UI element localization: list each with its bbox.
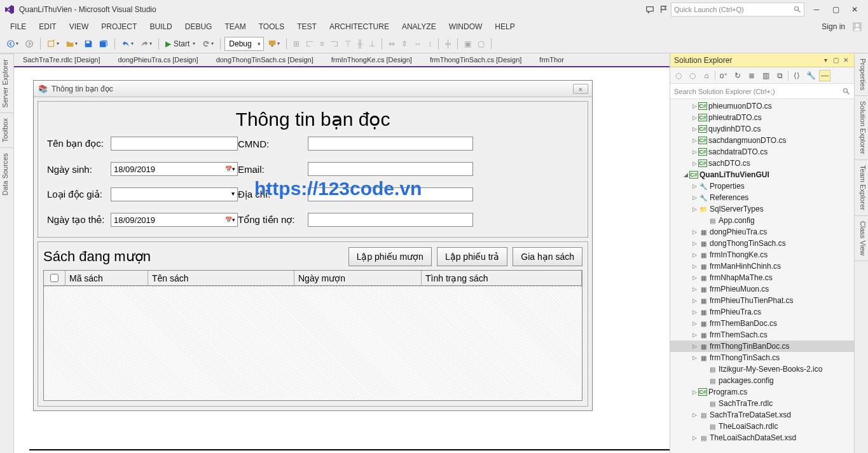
twisty-icon[interactable]: ▷: [691, 252, 698, 258]
twisty-icon[interactable]: ▷: [691, 412, 698, 418]
menu-view[interactable]: VIEW: [63, 21, 95, 32]
well-server-explorer[interactable]: Server Explorer: [0, 53, 13, 112]
tree-node[interactable]: ▷▦frmThemBanDoc.cs: [670, 318, 854, 329]
tree-node[interactable]: ▷▦frmManHinhChinh.cs: [670, 260, 854, 272]
close-button[interactable]: ✕: [845, 3, 864, 17]
well-team-explorer[interactable]: Team Explorer: [855, 160, 868, 216]
new-project-button[interactable]: ▾: [45, 37, 62, 51]
menu-analyze[interactable]: ANALYZE: [396, 21, 443, 32]
se-refresh-icon[interactable]: ⧉: [774, 70, 785, 81]
well-class-view[interactable]: Class View: [855, 216, 868, 261]
tree-node[interactable]: ▷C#phieumuonDTO.cs: [670, 100, 854, 112]
se-tree[interactable]: ▷C#phieumuonDTO.cs▷C#phieutraDTO.cs▷C#qu…: [670, 99, 854, 453]
twisty-icon[interactable]: ▷: [691, 320, 698, 327]
tab-frmthongtinsach[interactable]: frmThongTinSach.cs [Design]: [421, 53, 530, 66]
twisty-icon[interactable]: ▷: [691, 229, 698, 235]
se-pin-icon[interactable]: ▢: [831, 57, 840, 64]
twisty-icon[interactable]: ◢: [682, 172, 689, 178]
twisty-icon[interactable]: ▷: [691, 137, 698, 144]
twisty-icon[interactable]: ▷: [691, 183, 698, 189]
lap-phieu-tra-button[interactable]: Lập phiếu trả: [437, 247, 507, 266]
gia-han-sach-button[interactable]: Gia hạn sách: [513, 247, 582, 266]
twisty-icon[interactable]: ▷: [691, 263, 698, 269]
sign-in-link[interactable]: Sign in: [816, 21, 850, 32]
form-window[interactable]: 📚 Thông tin bạn đọc ⨉ Thông tin bạn đọc …: [33, 80, 593, 411]
twisty-icon[interactable]: ▷: [691, 297, 698, 304]
twisty-icon[interactable]: ▷: [691, 435, 698, 441]
tree-node[interactable]: ▷C#sachdangmuonDTO.cs: [670, 135, 854, 146]
col-tinhtrang[interactable]: Tình trạng sách: [422, 271, 582, 285]
se-home-icon[interactable]: ⌂: [701, 70, 712, 81]
input-cmnd[interactable]: [308, 137, 473, 151]
tree-node[interactable]: ▤TheLoaiSach.rdlc: [670, 421, 854, 432]
menu-tools[interactable]: TOOLS: [252, 21, 291, 32]
twisty-icon[interactable]: ▷: [691, 149, 698, 155]
menu-help[interactable]: HELP: [488, 21, 521, 32]
twisty-icon[interactable]: ▷: [691, 126, 698, 132]
tree-node[interactable]: ▷🔧Properties: [670, 180, 854, 192]
se-collapse-icon[interactable]: ≣: [746, 70, 757, 81]
well-toolbox[interactable]: Toolbox: [0, 112, 13, 147]
open-button[interactable]: ▾: [63, 37, 80, 51]
quick-launch-input[interactable]: Quick Launch (Ctrl+Q): [671, 3, 804, 17]
tab-frminthongke[interactable]: frmInThongKe.cs [Design]: [322, 53, 421, 66]
nav-back-button[interactable]: ▾: [4, 37, 21, 51]
twisty-icon[interactable]: ▷: [691, 274, 698, 281]
se-back-icon[interactable]: ◌: [673, 70, 684, 81]
menu-architecture[interactable]: ARCHITECTURE: [323, 21, 396, 32]
se-dropdown-icon[interactable]: ▾: [821, 57, 830, 64]
twisty-icon[interactable]: ▷: [691, 103, 698, 109]
tree-node[interactable]: ▷▤TheLoaiSachDataSet.xsd: [670, 432, 854, 443]
tab-sachtratre[interactable]: SachTraTre.rdlc [Design]: [14, 53, 109, 66]
se-preview-icon[interactable]: ⟨⟩: [791, 70, 803, 81]
se-fwd-icon[interactable]: ◌: [687, 70, 698, 81]
tree-node[interactable]: ▷🔧References: [670, 192, 854, 203]
config-combo[interactable]: Debug: [224, 37, 263, 51]
form-close-icon[interactable]: ⨉: [573, 84, 588, 94]
menu-team[interactable]: TEAM: [218, 21, 252, 32]
menu-build[interactable]: BUILD: [143, 21, 178, 32]
tree-node[interactable]: ▷▦dongThongTinSach.cs: [670, 238, 854, 249]
tab-dongthongtinsach[interactable]: dongThongTinSach.cs [Design]: [207, 53, 322, 66]
input-tongtien[interactable]: [308, 213, 473, 227]
col-masach[interactable]: Mã sách: [65, 271, 148, 285]
input-ten[interactable]: [111, 137, 238, 151]
tree-node[interactable]: ▷C#phieutraDTO.cs: [670, 112, 854, 123]
tree-node[interactable]: ▷▦frmPhieuThuTienPhat.cs: [670, 295, 854, 306]
tree-node[interactable]: ▷▦dongPhieuTra.cs: [670, 226, 854, 238]
start-button[interactable]: ▶Start▾: [163, 37, 198, 51]
tree-node[interactable]: ▷▦frmNhapMaThe.cs: [670, 272, 854, 283]
tree-node[interactable]: ▷C#quydinhDTO.cs: [670, 123, 854, 135]
col-tensach[interactable]: Tên sách: [148, 271, 294, 285]
twisty-icon[interactable]: ▷: [691, 194, 698, 201]
menu-edit[interactable]: EDIT: [32, 21, 62, 32]
twisty-icon[interactable]: ▷: [691, 332, 698, 338]
input-diachi[interactable]: [308, 187, 473, 201]
redo-button[interactable]: ▾: [137, 37, 155, 51]
menu-file[interactable]: FILE: [4, 21, 32, 32]
lap-phieu-muon-button[interactable]: Lập phiếu mượn: [348, 247, 432, 266]
books-grid[interactable]: Mã sách Tên sách Ngày mượn Tình trạng sá…: [43, 270, 582, 401]
se-sync-icon[interactable]: ↻: [732, 70, 743, 81]
input-email[interactable]: [308, 162, 473, 176]
save-button[interactable]: [81, 37, 95, 51]
input-ngaytao[interactable]: 📅▾: [111, 213, 238, 227]
tree-node[interactable]: ▷▤SachTraTreDataSet.xsd: [670, 409, 854, 421]
tree-node[interactable]: ▷C#Program.cs: [670, 386, 854, 398]
undo-button[interactable]: ▾: [119, 37, 136, 51]
browser-link-icon[interactable]: ▾: [265, 37, 282, 51]
tab-frmthor[interactable]: frmThor: [530, 53, 573, 66]
se-scope-icon[interactable]: o⁺: [718, 70, 729, 81]
menu-test[interactable]: TEST: [291, 21, 323, 32]
tree-node[interactable]: ▷▦frmInThongKe.cs: [670, 249, 854, 260]
feedback-icon[interactable]: [643, 3, 657, 17]
twisty-icon[interactable]: ▷: [691, 389, 698, 395]
nav-forward-button[interactable]: [22, 37, 36, 51]
tree-node[interactable]: ▷▦frmThongTinSach.cs: [670, 352, 854, 363]
tree-node[interactable]: ▤App.config: [670, 215, 854, 226]
menu-debug[interactable]: DEBUG: [179, 21, 219, 32]
tree-node[interactable]: ▷C#sachDTO.cs: [670, 158, 854, 169]
twisty-icon[interactable]: ▷: [691, 355, 698, 361]
user-icon[interactable]: [850, 20, 864, 34]
twisty-icon[interactable]: ▷: [691, 114, 698, 121]
